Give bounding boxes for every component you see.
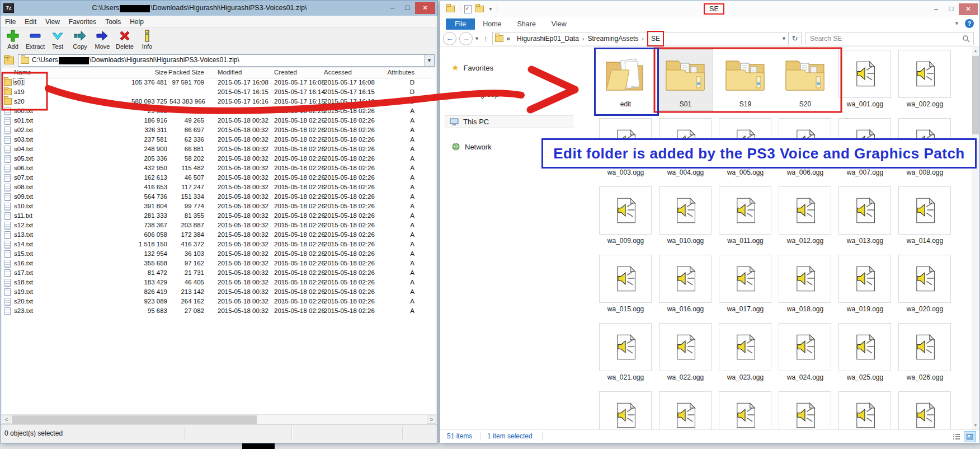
file-tile[interactable] [659, 391, 713, 429]
archive-row[interactable]: s04.txt 248 900 66 881 2015-05-18 00:32 … [2, 145, 436, 155]
properties-icon[interactable] [464, 5, 472, 13]
file-tile[interactable]: wa_011.ogg [719, 186, 772, 247]
file-tile[interactable]: wa_017.ogg [719, 255, 772, 315]
column-header-size[interactable]: Size [114, 69, 167, 76]
file-tile[interactable]: wa_003.ogg [599, 118, 653, 179]
close-button[interactable]: × [959, 3, 978, 15]
menu-edit[interactable]: Edit [20, 18, 41, 26]
search-input[interactable]: Search SE [805, 32, 974, 45]
expand-ribbon-icon[interactable]: ▼ [954, 21, 959, 26]
file-tile[interactable]: wa_022.ogg [659, 323, 713, 383]
file-tile[interactable] [779, 391, 832, 429]
breadcrumb[interactable]: « HigurashiEp01_Data › StreamingAssets ›… [492, 32, 802, 45]
scrollbar-thumb[interactable] [972, 56, 979, 134]
archive-row[interactable]: s20.txt 923 089 264 162 2015-05-18 00:32… [2, 297, 436, 307]
archive-row[interactable]: s06.txt 432 950 115 482 2015-05-18 00:32… [2, 164, 436, 174]
sidebar-item-this-pc[interactable]: This PC [445, 115, 573, 128]
column-header-modified[interactable]: Modified [218, 69, 242, 76]
maximize-button[interactable]: □ [944, 3, 959, 15]
file-tile[interactable]: wa_012.ogg [779, 186, 832, 247]
sidebar-item-network[interactable]: Network [451, 142, 492, 151]
file-tile[interactable]: wa_020.ogg [898, 255, 952, 315]
maximize-button[interactable]: □ [400, 2, 415, 14]
breadcrumb-item-streamingassets[interactable]: StreamingAssets [588, 35, 639, 43]
archive-row[interactable]: s01.txt 186 916 49 265 2015-05-18 00:32 … [2, 116, 436, 126]
file-tile[interactable]: wa_021.ogg [599, 323, 653, 383]
file-tile[interactable]: wa_002.ogg [898, 50, 952, 110]
file-tile[interactable]: wa_026.ogg [898, 323, 952, 383]
file-tile[interactable]: wa_014.ogg [898, 186, 952, 247]
tab-view[interactable]: View [544, 18, 574, 30]
chevron-down-icon[interactable]: ▼ [781, 36, 786, 41]
scroll-right-icon[interactable]: > [427, 415, 436, 424]
archive-row[interactable]: s12.txt 738 367 203 887 2015-05-18 00:32… [2, 221, 436, 231]
menu-tools[interactable]: Tools [101, 18, 125, 26]
column-header-accessed[interactable]: Accessed [324, 69, 352, 76]
file-tile[interactable]: wa_009.ogg [599, 186, 653, 247]
forward-button[interactable]: → [459, 32, 473, 45]
explorer-titlebar[interactable]: ▼ SE – □ × [440, 1, 979, 17]
back-button[interactable]: ← [443, 32, 456, 45]
sidebar-item-homegroup[interactable]: ⌂ Homegroup [451, 90, 499, 99]
scroll-left-icon[interactable]: < [2, 415, 11, 424]
menu-file[interactable]: File [1, 18, 20, 26]
archive-row[interactable]: s16.txt 355 658 97 162 2015-05-18 00:32 … [2, 259, 436, 269]
column-header-attributes[interactable]: Attributes [371, 69, 414, 76]
test-button[interactable]: Test [46, 28, 69, 53]
vertical-scrollbar[interactable]: ▲ ▼ [972, 47, 979, 429]
breadcrumb-item-se-highlighted[interactable]: SE [647, 31, 664, 46]
archive-row[interactable]: s14.txt 1 518 150 416 372 2015-05-18 00:… [2, 240, 436, 250]
copy-button[interactable]: Copy [69, 28, 91, 53]
archive-row[interactable]: s17.txt 81 472 21 731 2015-05-18 00:32 2… [2, 269, 436, 278]
column-header-packed[interactable]: Packed Size [167, 69, 204, 76]
file-tile[interactable]: S01 [659, 50, 713, 110]
archive-path-combobox[interactable]: C:\Users\Downloads\Higurashi\HigurashiPS… [18, 54, 435, 67]
add-button[interactable]: Add [2, 28, 24, 53]
file-tile[interactable]: S20 [779, 50, 832, 110]
tab-file[interactable]: File [446, 18, 475, 30]
minimize-button[interactable]: – [929, 3, 944, 15]
file-tile[interactable]: wa_024.ogg [779, 323, 832, 383]
help-icon[interactable]: ? [965, 19, 974, 28]
breadcrumb-item-data[interactable]: HigurashiEp01_Data [517, 35, 579, 43]
delete-button[interactable]: Delete [114, 28, 136, 53]
minimize-button[interactable]: – [385, 2, 400, 14]
thumbnail-view-button[interactable] [964, 431, 976, 442]
new-folder-icon[interactable] [475, 6, 484, 12]
file-tile[interactable]: wa_023.ogg [719, 323, 772, 383]
archive-row[interactable]: s01 105 376 481 97 591 709 2015-05-17 16… [2, 78, 436, 88]
file-tile[interactable]: wa_006.ogg [779, 118, 832, 179]
archive-row[interactable]: s09.txt 564 736 151 334 2015-05-18 00:32… [2, 193, 436, 202]
scroll-up-icon[interactable]: ▲ [972, 47, 979, 55]
file-tile[interactable]: wa_005.ogg [719, 118, 772, 179]
extract-button[interactable]: Extract [24, 28, 46, 53]
file-tile[interactable] [599, 391, 653, 429]
archive-row[interactable]: s08.txt 416 653 117 247 2015-05-18 00:32… [2, 183, 436, 193]
archive-row[interactable]: s19.txt 826 419 213 142 2015-05-18 00:32… [2, 288, 436, 297]
menu-help[interactable]: Help [125, 18, 148, 26]
file-tile[interactable]: wa_007.ogg [838, 118, 892, 179]
sevenzip-titlebar[interactable]: 7z C:\Users\Downloads\Higurashi\Higurash… [1, 1, 437, 16]
archive-row[interactable]: s03.txt 237 581 62 336 2015-05-18 00:32 … [2, 135, 436, 145]
file-tile[interactable] [898, 391, 952, 429]
archive-row[interactable]: s00.txt 29 688 1 561 2015-05-17 18:15 20… [2, 107, 436, 116]
chevron-right-icon[interactable]: › [642, 35, 644, 42]
column-header-created[interactable]: Created [274, 69, 297, 76]
chevron-down-icon[interactable]: ▼ [424, 55, 434, 66]
archive-row[interactable]: s07.txt 162 613 46 507 2015-05-18 00:32 … [2, 174, 436, 183]
archive-row[interactable]: s02.txt 326 311 86 697 2015-05-18 00:32 … [2, 126, 436, 135]
menu-favorites[interactable]: Favorites [64, 18, 101, 26]
file-tile[interactable] [719, 391, 772, 429]
up-button[interactable]: ↑ [484, 34, 488, 43]
info-button[interactable]: Info [136, 28, 158, 53]
search-icon[interactable] [962, 35, 970, 43]
file-tile[interactable]: wa_019.ogg [838, 255, 892, 315]
archive-row[interactable]: s19 2015-05-17 16:15 2015-05-17 16:14 20… [2, 88, 436, 97]
scrollbar-thumb[interactable] [12, 415, 257, 424]
folder-icon[interactable] [446, 6, 455, 12]
file-tile[interactable]: wa_015.ogg [599, 255, 653, 315]
chevron-right-icon[interactable]: › [582, 35, 585, 42]
file-tile[interactable]: S19 [719, 50, 772, 110]
chevron-down-icon[interactable]: ▼ [488, 7, 493, 12]
file-tile[interactable]: wa_018.ogg [779, 255, 832, 315]
